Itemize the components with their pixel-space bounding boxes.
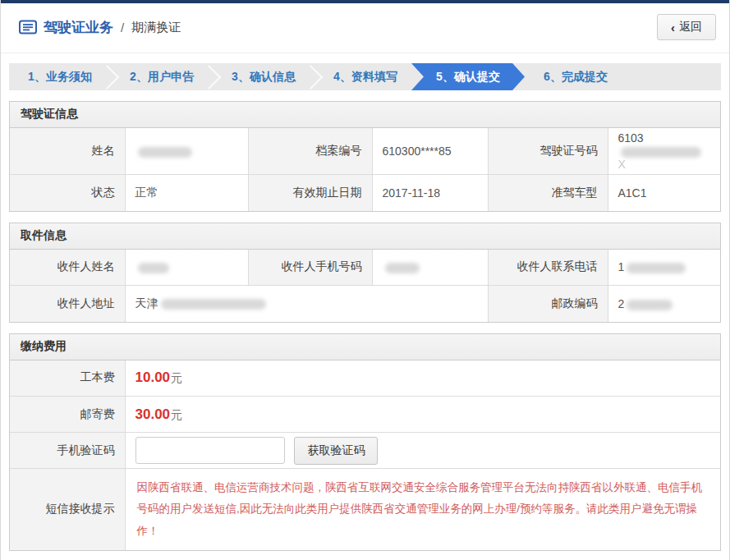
contact-phone-label: 收件人联系电话 xyxy=(488,250,608,286)
step-nav: 1、业务须知 2、用户申告 3、确认信息 4、资料填写 5、确认提交 6、完成提… xyxy=(9,63,721,90)
table-row: 手机验证码 获取验证码 xyxy=(10,433,720,469)
address-label: 收件人地址 xyxy=(10,286,125,322)
step-label: 6、完成提交 xyxy=(544,70,608,85)
pickup-info-section: 取件信息 收件人姓名 收件人手机号码 收件人联系电话 1 收件人地址 天津 邮政… xyxy=(9,223,721,323)
page: 驾驶证业务 / 期满换证 ‹ 返回 1、业务须知 2、用户申告 3、确认信息 4… xyxy=(0,0,730,560)
fees-section-title: 缴纳费用 xyxy=(10,334,720,360)
step-label: 3、确认信息 xyxy=(232,70,296,85)
fees-section: 缴纳费用 工本费 10.00元 邮寄费 30.00元 手机验证码 获取验证码 短… xyxy=(9,333,721,551)
page-subtitle: 期满换证 xyxy=(131,20,181,35)
license-info-section: 驾驶证信息 姓名 档案编号 610300****85 驾驶证号码 6103X 状… xyxy=(9,101,721,212)
step-6-complete-submit: 6、完成提交 xyxy=(525,63,627,90)
sms-tip-cell: 因陕西省联通、电信运营商技术问题，陕西省互联网交通安全综合服务管理平台无法向持陕… xyxy=(125,469,720,550)
step-label: 1、业务须知 xyxy=(28,70,92,85)
page-header: 驾驶证业务 / 期满换证 ‹ 返回 xyxy=(1,3,729,53)
contact-phone-prefix: 1 xyxy=(618,260,625,273)
step-1-business-notice: 1、业务须知 xyxy=(9,63,111,90)
expiry-label: 有效期止日期 xyxy=(248,175,372,211)
redacted-postcode xyxy=(627,300,673,310)
cost-fee-label: 工本费 xyxy=(10,360,125,397)
license-no-value: 6103X xyxy=(608,128,720,175)
postcode-label: 邮政编码 xyxy=(488,286,608,322)
mobile-label: 收件人手机号码 xyxy=(248,250,372,286)
pickup-info-table: 收件人姓名 收件人手机号码 收件人联系电话 1 收件人地址 天津 邮政编码 2 xyxy=(10,250,720,322)
redacted-address xyxy=(161,299,266,310)
name-value xyxy=(125,128,248,175)
sms-code-label: 手机验证码 xyxy=(10,433,125,469)
step-nav-filler xyxy=(627,63,721,90)
table-row: 收件人姓名 收件人手机号码 收件人联系电话 1 xyxy=(10,250,720,286)
table-row: 工本费 10.00元 xyxy=(10,360,720,397)
redacted-contact-phone xyxy=(627,263,686,273)
vehicle-class-value: A1C1 xyxy=(608,175,720,211)
back-button[interactable]: ‹ 返回 xyxy=(657,14,716,40)
contact-phone-value: 1 xyxy=(608,250,720,286)
step-label: 2、用户申告 xyxy=(130,70,194,85)
step-label: 5、确认提交 xyxy=(436,70,500,85)
table-row: 收件人地址 天津 邮政编码 2 xyxy=(10,286,720,322)
sms-code-cell: 获取验证码 xyxy=(125,433,720,469)
status-value: 正常 xyxy=(125,175,248,211)
get-sms-code-button[interactable]: 获取验证码 xyxy=(294,437,378,465)
cost-fee-unit: 元 xyxy=(171,371,182,384)
expiry-value: 2017-11-18 xyxy=(372,175,488,211)
license-section-title: 驾驶证信息 xyxy=(10,102,720,128)
breadcrumb: 驾驶证业务 / 期满换证 xyxy=(19,18,181,37)
postcode-value: 2 xyxy=(608,286,720,322)
redacted-license-no xyxy=(621,147,701,158)
license-no-prefix: 6103 xyxy=(618,131,644,145)
status-label: 状态 xyxy=(10,175,125,211)
pickup-section-title: 取件信息 xyxy=(10,223,720,250)
step-2-user-declaration: 2、用户申告 xyxy=(111,63,213,90)
mobile-value xyxy=(372,250,488,286)
redacted-mobile xyxy=(385,263,420,273)
step-4-fill-data: 4、资料填写 xyxy=(314,63,416,90)
table-row: 邮寄费 30.00元 xyxy=(10,397,720,433)
file-no-label: 档案编号 xyxy=(248,128,372,175)
title-separator: / xyxy=(121,21,124,34)
license-no-label: 驾驶证号码 xyxy=(488,128,608,175)
address-value: 天津 xyxy=(125,286,488,322)
back-button-label: 返回 xyxy=(679,20,702,34)
address-prefix: 天津 xyxy=(135,296,158,310)
list-icon xyxy=(19,20,37,34)
sms-tip-label: 短信接收提示 xyxy=(10,469,125,550)
postage-fee-unit: 元 xyxy=(171,408,182,421)
recipient-name-value xyxy=(125,250,248,286)
cost-fee-value: 10.00元 xyxy=(125,360,720,397)
file-no-value: 610300****85 xyxy=(372,128,488,175)
postage-fee-value: 30.00元 xyxy=(125,397,720,433)
redacted-name xyxy=(138,147,192,158)
chevron-left-icon: ‹ xyxy=(671,21,675,34)
sms-code-input[interactable] xyxy=(135,437,285,464)
cost-fee-amount: 10.00 xyxy=(135,370,171,385)
postcode-prefix: 2 xyxy=(618,297,625,310)
step-5-confirm-submit-active: 5、确认提交 xyxy=(411,63,525,90)
postage-fee-label: 邮寄费 xyxy=(10,397,125,433)
step-3-confirm-info: 3、确认信息 xyxy=(213,63,314,90)
recipient-name-label: 收件人姓名 xyxy=(10,250,125,286)
name-label: 姓名 xyxy=(10,128,125,175)
table-row: 状态 正常 有效期止日期 2017-11-18 准驾车型 A1C1 xyxy=(10,175,720,211)
redacted-recipient-name xyxy=(138,263,169,273)
page-title: 驾驶证业务 xyxy=(44,18,113,37)
postage-fee-amount: 30.00 xyxy=(135,406,171,422)
step-label: 4、资料填写 xyxy=(333,70,397,85)
license-info-table: 姓名 档案编号 610300****85 驾驶证号码 6103X 状态 正常 有… xyxy=(10,128,720,211)
vehicle-class-label: 准驾车型 xyxy=(488,175,608,211)
table-row: 短信接收提示 因陕西省联通、电信运营商技术问题，陕西省互联网交通安全综合服务管理… xyxy=(10,469,720,550)
sms-tip-text: 因陕西省联通、电信运营商技术问题，陕西省互联网交通安全综合服务管理平台无法向持陕… xyxy=(135,472,711,547)
license-no-suffix: X xyxy=(618,158,626,171)
fees-table: 工本费 10.00元 邮寄费 30.00元 手机验证码 获取验证码 短信接收提示… xyxy=(10,360,720,550)
table-row: 姓名 档案编号 610300****85 驾驶证号码 6103X xyxy=(10,128,720,175)
